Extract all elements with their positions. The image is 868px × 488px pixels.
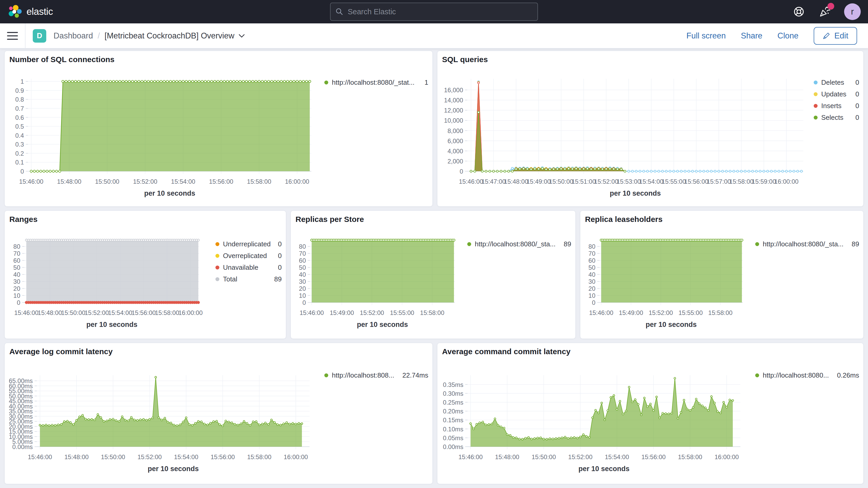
svg-text:15:50:00: 15:50:00 — [532, 453, 556, 460]
panel-title[interactable]: SQL queries — [442, 55, 859, 66]
svg-text:15:48:00: 15:48:00 — [38, 309, 62, 316]
svg-text:0.20ms: 0.20ms — [443, 408, 463, 415]
svg-text:16:00:00: 16:00:00 — [284, 453, 308, 460]
svg-text:20: 20 — [13, 285, 20, 292]
chart-sql-queries: 02,0004,0006,0008,00010,00012,00014,0001… — [441, 66, 814, 203]
legend-item[interactable]: Total89 — [215, 275, 282, 283]
chevron-down-icon — [239, 33, 245, 38]
svg-text:20: 20 — [588, 285, 595, 292]
svg-text:15:52:00: 15:52:00 — [133, 178, 157, 185]
legend-item[interactable]: Selects0 — [814, 113, 859, 122]
svg-text:15:58:00: 15:58:00 — [155, 309, 179, 316]
share-button[interactable]: Share — [741, 31, 763, 40]
legend-item[interactable]: Deletes0 — [814, 78, 859, 87]
svg-text:15:52:00: 15:52:00 — [137, 453, 162, 460]
dashboard-title-menu[interactable]: [Metricbeat CockroachDB] Overview — [104, 31, 245, 40]
legend-item[interactable]: Overreplicated0 — [215, 251, 282, 260]
chart-replica-leaseholders: 0102030405060708015:46:0015:49:0015:52:0… — [585, 226, 755, 335]
svg-text:0.8: 0.8 — [16, 96, 24, 103]
panel-replicas-per-store: Replicas per Store 0102030405060708015:4… — [290, 211, 576, 339]
svg-text:15:50:00: 15:50:00 — [95, 178, 119, 185]
svg-text:1: 1 — [21, 78, 24, 85]
svg-text:50: 50 — [299, 264, 306, 271]
global-search[interactable] — [330, 3, 538, 21]
legend-item[interactable]: http://localhost:8080...0.26ms — [755, 371, 859, 379]
svg-text:40: 40 — [299, 271, 306, 278]
user-avatar[interactable]: r — [844, 3, 861, 20]
main-menu-button[interactable] — [0, 23, 26, 48]
legend-item[interactable]: http://localhost:8080/_sta...89 — [755, 240, 859, 248]
svg-text:15:58:00: 15:58:00 — [420, 309, 444, 316]
svg-text:15:48:00: 15:48:00 — [57, 178, 81, 185]
chart-legend: http://localhost:8080...0.26ms — [755, 359, 859, 480]
svg-text:60: 60 — [13, 257, 20, 264]
svg-text:15:58:00: 15:58:00 — [678, 453, 702, 460]
panel-average-command-commit-latency: Average command commit latency 0.00ms0.0… — [437, 343, 864, 484]
svg-text:15:54:00: 15:54:00 — [171, 178, 195, 185]
breadcrumb: Dashboard / [Metricbeat CockroachDB] Ove… — [54, 31, 245, 40]
svg-text:15:56:00: 15:56:00 — [209, 178, 233, 185]
legend-label: Updates — [821, 90, 852, 98]
svg-text:15:46:00: 15:46:00 — [14, 309, 38, 316]
legend-value: 0 — [278, 263, 282, 272]
svg-text:4,000: 4,000 — [447, 148, 463, 155]
svg-text:16:00:00: 16:00:00 — [774, 178, 798, 185]
brand-name: elastic — [27, 6, 53, 17]
legend-item[interactable]: Inserts0 — [814, 101, 859, 110]
legend-item[interactable]: Unavailable0 — [215, 263, 282, 272]
svg-text:per 10 seconds: per 10 seconds — [357, 321, 408, 329]
svg-text:0.25ms: 0.25ms — [443, 399, 463, 406]
svg-text:15:53:00: 15:53:00 — [617, 178, 641, 185]
svg-text:8,000: 8,000 — [447, 127, 463, 134]
search-input[interactable] — [347, 7, 533, 17]
legend-item[interactable]: http://localhost:808...22.74ms — [324, 371, 428, 379]
panel-title[interactable]: Replica leaseholders — [585, 215, 859, 226]
panel-title[interactable]: Number of SQL connections — [9, 55, 428, 66]
chart-legend: http://localhost:8080/_sta...89 — [755, 226, 859, 335]
legend-swatch-icon — [215, 266, 219, 270]
svg-text:15:56:00: 15:56:00 — [131, 309, 156, 316]
panel-title[interactable]: Average command commit latency — [442, 347, 859, 359]
legend-item[interactable]: http://localhost:8080/_sta...89 — [467, 240, 571, 248]
svg-text:15:46:00: 15:46:00 — [589, 309, 613, 316]
svg-text:15:46:00: 15:46:00 — [459, 178, 483, 185]
panel-title[interactable]: Ranges — [9, 215, 282, 226]
svg-text:15:52:00: 15:52:00 — [594, 178, 618, 185]
svg-text:0: 0 — [592, 299, 595, 306]
svg-text:15:51:00: 15:51:00 — [571, 178, 596, 185]
elastic-brand[interactable]: elastic — [7, 4, 53, 19]
legend-label: Unavailable — [223, 263, 274, 272]
chart-legend: http://localhost:8080/_sta...89 — [467, 226, 571, 335]
legend-item[interactable]: Updates0 — [814, 90, 859, 98]
chart-avg-log-commit-latency: 0.00ms5.00ms10.00ms15.00ms20.00ms25.00ms… — [9, 359, 324, 480]
edit-button[interactable]: Edit — [814, 27, 857, 45]
whats-new-button[interactable] — [818, 5, 832, 19]
help-button[interactable] — [792, 5, 806, 19]
svg-text:15:46:00: 15:46:00 — [19, 178, 43, 185]
panel-number-of-sql-connections: Number of SQL connections 00.10.20.30.40… — [4, 51, 433, 207]
svg-text:15:46:00: 15:46:00 — [28, 453, 52, 460]
legend-swatch-icon — [215, 242, 219, 246]
legend-label: http://localhost:8080/_sta... — [763, 240, 848, 248]
breadcrumb-dashboard[interactable]: Dashboard — [54, 31, 93, 40]
legend-value: 0 — [278, 251, 282, 260]
legend-swatch-icon — [814, 104, 817, 108]
svg-text:30: 30 — [13, 278, 20, 285]
svg-text:15:49:00: 15:49:00 — [527, 178, 551, 185]
svg-text:0.00ms: 0.00ms — [443, 443, 463, 450]
svg-text:70: 70 — [13, 250, 20, 257]
legend-value: 0 — [856, 90, 859, 98]
legend-item[interactable]: http://localhost:8080/_stat...1 — [324, 78, 428, 87]
svg-text:0.15ms: 0.15ms — [443, 417, 463, 424]
svg-text:0.1: 0.1 — [16, 159, 24, 166]
legend-swatch-icon — [324, 81, 328, 85]
legend-label: http://localhost:8080/_sta... — [475, 240, 560, 248]
panel-title[interactable]: Replicas per Store — [296, 215, 571, 226]
svg-text:30: 30 — [588, 278, 595, 285]
chart-avg-command-commit-latency: 0.00ms0.05ms0.10ms0.15ms0.20ms0.25ms0.30… — [441, 359, 755, 480]
legend-item[interactable]: Underreplicated0 — [215, 240, 282, 248]
panel-title[interactable]: Average log commit latency — [9, 347, 428, 359]
full-screen-button[interactable]: Full screen — [686, 31, 726, 40]
svg-text:50: 50 — [588, 264, 595, 271]
clone-button[interactable]: Clone — [778, 31, 799, 40]
